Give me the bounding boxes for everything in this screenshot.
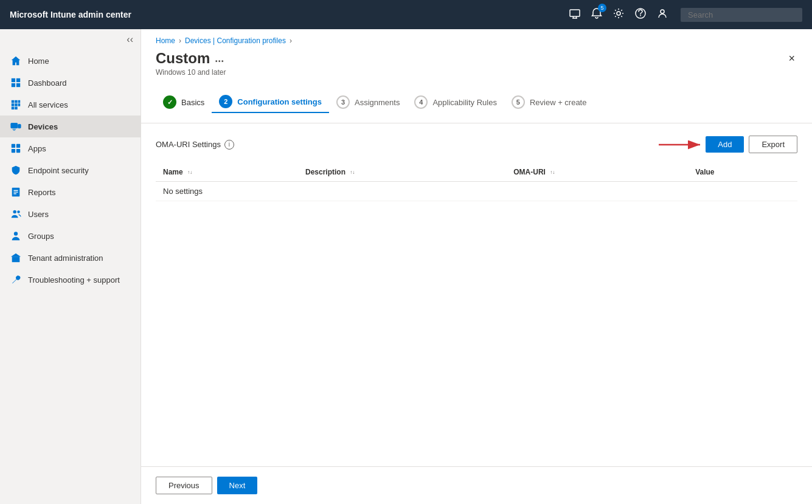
col-oma-uri: OMA-URI ↑↓ (506, 163, 688, 182)
sidebar-item-all-services[interactable]: All services (0, 94, 141, 116)
oma-label: OMA-URI Settings i (156, 140, 234, 150)
breadcrumb-sep-1: › (179, 36, 181, 45)
collapse-button[interactable]: ‹‹ (127, 34, 133, 45)
step-3-label: Assignments (355, 98, 400, 107)
sidebar-item-apps[interactable]: Apps (0, 137, 141, 159)
step-review[interactable]: 5 Review + create (504, 92, 594, 112)
col-name: Name ↑↓ (156, 163, 298, 182)
step-assignments[interactable]: 3 Assignments (329, 92, 407, 112)
sidebar-item-home-label: Home (28, 57, 49, 66)
info-icon[interactable]: i (224, 140, 234, 150)
oma-header: OMA-URI Settings i Add Export (156, 136, 797, 153)
wizard-steps: ✓ Basics 2 Configuration settings 3 Assi… (141, 86, 812, 123)
page-subtitle: Windows 10 and later (156, 68, 226, 77)
sidebar-item-reports-label: Reports (28, 188, 56, 197)
breadcrumb-home[interactable]: Home (156, 36, 175, 45)
svg-marker-30 (11, 254, 21, 257)
devices-icon (10, 120, 22, 133)
svg-rect-19 (16, 144, 20, 148)
sidebar-item-dashboard-label: Dashboard (28, 78, 67, 88)
svg-rect-10 (18, 100, 21, 103)
step-applicability[interactable]: 4 Applicability Rules (407, 92, 504, 112)
breadcrumb-devices[interactable]: Devices | Configuration profiles (185, 36, 286, 45)
export-button[interactable]: Export (749, 136, 797, 153)
red-arrow (659, 136, 707, 154)
svg-point-26 (13, 210, 16, 213)
page-ellipsis[interactable]: ... (215, 52, 224, 65)
col-description: Description ↑↓ (298, 163, 506, 182)
svg-rect-8 (12, 100, 15, 103)
svg-point-3 (661, 10, 664, 13)
reports-icon (10, 186, 22, 198)
sidebar-item-home[interactable]: Home (0, 50, 141, 72)
svg-point-27 (17, 210, 20, 213)
sidebar-item-devices[interactable]: Devices (0, 116, 141, 137)
step-2-label: Configuration settings (237, 97, 322, 106)
table-body: No settings (156, 182, 797, 201)
help-icon[interactable] (632, 5, 649, 25)
step-config-settings[interactable]: 2 Configuration settings (212, 91, 329, 113)
apps-icon (10, 142, 22, 154)
shield-icon (10, 164, 22, 176)
close-button[interactable]: × (786, 50, 797, 67)
step-4-circle: 4 (414, 95, 428, 109)
sidebar-item-endpoint-security[interactable]: Endpoint security (0, 159, 141, 181)
step-2-circle: 2 (219, 95, 232, 108)
sidebar: ‹‹ Home Dashboard All services Devices (0, 29, 141, 504)
footer: Previous Next (141, 466, 812, 504)
page-header: Custom ... Windows 10 and later × (141, 47, 812, 86)
sidebar-item-groups[interactable]: Groups (0, 225, 141, 247)
sidebar-item-tenant-admin[interactable]: Tenant administration (0, 247, 141, 269)
previous-button[interactable]: Previous (156, 477, 212, 494)
groups-icon (10, 230, 22, 242)
oma-label-text: OMA-URI Settings (156, 140, 221, 149)
sidebar-item-tenant-label: Tenant administration (28, 254, 103, 263)
svg-rect-20 (12, 149, 15, 153)
sidebar-item-users[interactable]: Users (0, 203, 141, 225)
main-content: Home › Devices | Configuration profiles … (141, 29, 812, 504)
sidebar-item-users-label: Users (28, 210, 49, 219)
notifications-icon[interactable]: 5 (588, 5, 605, 25)
dashboard-icon (10, 77, 22, 89)
settings-table: Name ↑↓ Description ↑↓ OMA-URI ↑↓ Valu (156, 163, 797, 201)
breadcrumb-sep-2: › (290, 36, 292, 45)
page-title: Custom ... (156, 50, 226, 67)
svg-rect-0 (570, 10, 580, 16)
next-button[interactable]: Next (217, 477, 258, 494)
svg-point-1 (617, 12, 620, 15)
svg-rect-7 (16, 83, 20, 87)
svg-rect-9 (15, 100, 18, 103)
page-title-text: Custom (156, 50, 210, 67)
step-5-label: Review + create (530, 98, 587, 107)
step-5-circle: 5 (512, 95, 525, 109)
page-title-section: Custom ... Windows 10 and later (156, 50, 226, 77)
sidebar-item-dashboard[interactable]: Dashboard (0, 72, 141, 94)
svg-point-28 (14, 232, 18, 235)
svg-rect-14 (12, 107, 15, 110)
svg-rect-15 (15, 107, 18, 110)
svg-rect-6 (12, 83, 15, 87)
add-button[interactable]: Add (706, 136, 744, 153)
sort-desc-icon[interactable]: ↑↓ (350, 170, 355, 175)
svg-rect-29 (12, 257, 20, 262)
sidebar-item-reports[interactable]: Reports (0, 181, 141, 203)
search-input[interactable] (681, 8, 802, 22)
svg-rect-16 (11, 123, 18, 128)
step-1-circle: ✓ (163, 95, 176, 109)
sort-oma-icon[interactable]: ↑↓ (550, 170, 555, 175)
sort-name-icon[interactable]: ↑↓ (187, 170, 192, 175)
sidebar-item-troubleshooting[interactable]: Troubleshooting + support (0, 269, 141, 291)
svg-rect-18 (12, 144, 15, 148)
settings-icon[interactable] (610, 5, 627, 25)
app-title: Microsoft Intune admin center (10, 10, 566, 19)
breadcrumb: Home › Devices | Configuration profiles … (141, 29, 812, 47)
svg-rect-5 (16, 78, 20, 82)
table-row-empty: No settings (156, 182, 797, 201)
account-icon[interactable] (654, 5, 671, 25)
step-basics[interactable]: ✓ Basics (156, 92, 212, 112)
sidebar-item-troubleshooting-label: Troubleshooting + support (28, 275, 120, 285)
content-area: OMA-URI Settings i Add Export (141, 123, 812, 466)
topbar: Microsoft Intune admin center 5 (0, 0, 812, 29)
remote-icon[interactable] (566, 5, 583, 25)
table-header: Name ↑↓ Description ↑↓ OMA-URI ↑↓ Valu (156, 163, 797, 182)
